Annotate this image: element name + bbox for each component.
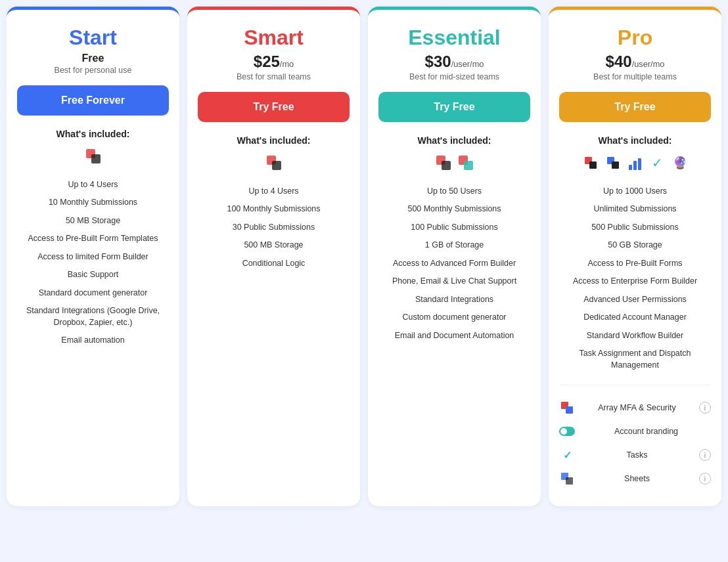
feature-item: 30 Public Submissions bbox=[198, 219, 350, 236]
plan-price-amount-essential: $30 bbox=[425, 53, 451, 70]
feature-item: 500 Public Submissions bbox=[559, 219, 711, 236]
icons-row-essential bbox=[434, 154, 475, 172]
feature-item: Access to Pre-Built Form Templates bbox=[17, 230, 169, 248]
feature-item: Access to Advanced Form Builder bbox=[378, 255, 530, 272]
plan-card-pro: Pro $40/user/mo Best for multiple teams … bbox=[549, 7, 721, 506]
plan-tagline-pro: Best for multiple teams bbox=[593, 72, 677, 81]
blue-form-icon-essential bbox=[457, 154, 475, 172]
plan-price-amount-pro: $40 bbox=[606, 53, 632, 70]
plan-name-essential: Essential bbox=[408, 26, 501, 50]
form-icon-smart bbox=[265, 154, 283, 172]
features-list-essential: Up to 50 Users 500 Monthly Submissions 1… bbox=[378, 183, 530, 345]
branding-icon bbox=[559, 423, 575, 439]
feature-item: Up to 4 Users bbox=[198, 183, 350, 200]
pro-divider bbox=[559, 385, 711, 385]
blue-icon-pro bbox=[604, 154, 622, 172]
icons-row-smart bbox=[265, 154, 283, 172]
feature-item: Email and Document Automation bbox=[378, 327, 530, 345]
features-list-smart: Up to 4 Users 100 Monthly Submissions 30… bbox=[198, 183, 350, 272]
whats-included-start: What's included: bbox=[56, 129, 129, 139]
essential-cta-button[interactable]: Try Free bbox=[378, 92, 530, 122]
plan-price-amount-start: Free bbox=[82, 53, 104, 64]
feature-item: Access to Enterprise Form Builder bbox=[559, 272, 711, 290]
feature-item: Dedicated Account Manager bbox=[559, 309, 711, 326]
feature-item: Advanced User Permissions bbox=[559, 291, 711, 309]
feature-item: Custom document generator bbox=[378, 309, 530, 326]
feature-item: Up to 50 Users bbox=[378, 183, 530, 200]
pricing-grid: Start Free Best for personal use Free Fo… bbox=[7, 7, 721, 506]
plan-name-start: Start bbox=[69, 26, 117, 50]
smart-cta-button[interactable]: Try Free bbox=[198, 92, 350, 122]
plan-price-per-essential: /user/mo bbox=[451, 59, 484, 69]
features-list-pro: Up to 1000 Users Unlimited Submissions 5… bbox=[559, 183, 711, 374]
plan-card-smart: Smart $25/mo Best for small teams Try Fr… bbox=[187, 7, 360, 506]
plan-tagline-start: Best for personal use bbox=[55, 66, 132, 75]
feature-item: Access to Pre-Built Forms bbox=[559, 255, 711, 272]
plan-price-pro: $40/user/mo bbox=[606, 53, 665, 71]
feature-item: 100 Monthly Submissions bbox=[198, 200, 350, 218]
feature-item: Email automation bbox=[17, 332, 169, 349]
plan-name-smart: Smart bbox=[244, 26, 304, 50]
feature-item: Up to 1000 Users bbox=[559, 183, 711, 200]
feature-item: Phone, Email & Live Chat Support bbox=[378, 272, 530, 290]
feature-item: Conditional Logic bbox=[198, 255, 350, 272]
feature-item: Standard Integrations (Google Drive, Dro… bbox=[17, 302, 169, 332]
feature-item: Access to limited Form Builder bbox=[17, 248, 169, 266]
pro-cta-button[interactable]: Try Free bbox=[559, 92, 711, 122]
start-cta-button[interactable]: Free Forever bbox=[17, 85, 169, 116]
plan-price-essential: $30/user/mo bbox=[425, 53, 484, 71]
mfa-icon bbox=[559, 400, 575, 416]
plan-tagline-smart: Best for small teams bbox=[237, 72, 311, 81]
plan-card-start: Start Free Best for personal use Free Fo… bbox=[7, 7, 179, 506]
plan-price-amount-smart: $25 bbox=[254, 53, 280, 70]
icons-row-pro: ✓ 🔮 bbox=[581, 154, 689, 172]
addon-row-branding: Account branding bbox=[559, 420, 711, 443]
form-icon-start bbox=[84, 147, 102, 165]
addon-row-sheets: Sheets i bbox=[559, 467, 711, 490]
addon-label-branding: Account branding bbox=[581, 427, 711, 436]
icons-row-start bbox=[84, 147, 102, 165]
feature-item: 50 GB Storage bbox=[559, 236, 711, 254]
addon-label-tasks: Tasks bbox=[581, 450, 693, 460]
plan-price-smart: $25/mo bbox=[254, 53, 294, 71]
whats-included-essential: What's included: bbox=[417, 135, 491, 146]
plan-price-per-pro: /user/mo bbox=[632, 59, 665, 69]
check-icon-pro: ✓ bbox=[648, 154, 667, 172]
form-icon-essential bbox=[434, 154, 453, 172]
whats-included-smart: What's included: bbox=[237, 135, 310, 146]
feature-item: Up to 4 Users bbox=[17, 176, 169, 194]
addon-info-sheets[interactable]: i bbox=[699, 473, 711, 485]
sheets-icon bbox=[559, 471, 575, 486]
plan-price-per-smart: /mo bbox=[280, 59, 294, 69]
plan-card-essential: Essential $30/user/mo Best for mid-sized… bbox=[368, 7, 541, 506]
addon-label-sheets: Sheets bbox=[581, 474, 693, 483]
feature-item: Unlimited Submissions bbox=[559, 200, 711, 218]
feature-item: 50 MB Storage bbox=[17, 212, 169, 230]
addon-label-mfa: Array MFA & Security bbox=[581, 403, 693, 412]
addon-info-mfa[interactable]: i bbox=[699, 402, 711, 414]
plan-price-start: Free bbox=[82, 53, 104, 64]
chart-icon-pro bbox=[626, 154, 645, 172]
plan-name-pro: Pro bbox=[618, 26, 652, 50]
feature-item: Basic Support bbox=[17, 266, 169, 284]
plan-tagline-essential: Best for mid-sized teams bbox=[409, 72, 499, 81]
feature-item: 1 GB of Storage bbox=[378, 236, 530, 254]
feature-item: 100 Public Submissions bbox=[378, 219, 530, 236]
addon-row-tasks: ✓ Tasks i bbox=[559, 443, 711, 467]
addon-info-tasks[interactable]: i bbox=[699, 449, 711, 461]
feature-item: 500 Monthly Submissions bbox=[378, 200, 530, 218]
addon-row-mfa: Array MFA & Security i bbox=[559, 396, 711, 420]
whats-included-pro: What's included: bbox=[598, 135, 671, 146]
tasks-icon: ✓ bbox=[559, 447, 575, 463]
form-icon-pro bbox=[581, 154, 600, 172]
feature-item: Standard Workflow Builder bbox=[559, 327, 711, 345]
features-list-start: Up to 4 Users 10 Monthly Submissions 50 … bbox=[17, 176, 169, 350]
feature-item: Task Assignment and Dispatch Management bbox=[559, 345, 711, 374]
feature-item: 10 Monthly Submissions bbox=[17, 194, 169, 211]
feature-item: Standard document generator bbox=[17, 284, 169, 302]
feature-item: Standard Integrations bbox=[378, 291, 530, 309]
feature-item: 500 MB Storage bbox=[198, 236, 350, 254]
purple-icon-pro: 🔮 bbox=[671, 154, 689, 172]
